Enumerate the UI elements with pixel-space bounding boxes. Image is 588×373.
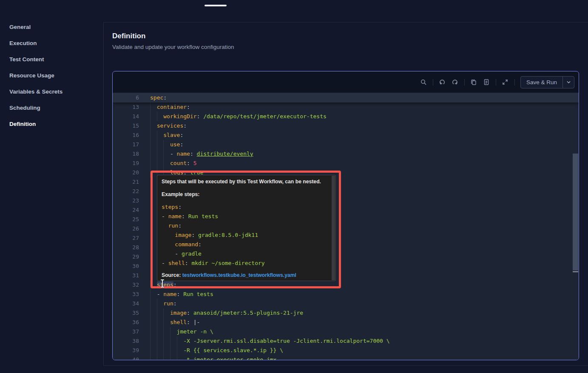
undo-icon[interactable] — [439, 79, 446, 86]
line-number: 22 — [113, 187, 139, 196]
line-number: 28 — [113, 243, 139, 252]
sidebar-item-test-content[interactable]: Test Content — [9, 56, 44, 64]
line-number: 40 — [113, 355, 139, 360]
editor-scrollbar-marker — [573, 271, 578, 272]
sidebar-item-definition[interactable]: Definition — [9, 121, 36, 128]
file-text-icon[interactable] — [483, 79, 490, 86]
line-number: 23 — [113, 196, 139, 205]
line-number: 19 — [113, 159, 139, 168]
copy-icon[interactable] — [470, 79, 477, 86]
tooltip-code-block: steps:- name: Run tests run: image: grad… — [162, 202, 330, 268]
code-line[interactable]: 18- name: distribute/evenly — [113, 149, 573, 159]
tooltip-heading: Steps that will be executed by this Test… — [162, 178, 330, 185]
line-number: 37 — [113, 327, 139, 336]
sidebar-item-general[interactable]: General — [9, 24, 31, 31]
tooltip-code-line: - gradle — [162, 249, 330, 259]
line-number: 24 — [113, 205, 139, 215]
line-number: 6 — [113, 93, 139, 103]
line-number: 26 — [113, 224, 139, 233]
sidebar-item-scheduling[interactable]: Scheduling — [9, 105, 40, 112]
expand-icon[interactable] — [502, 79, 509, 86]
editor-toolbar: Save & Run — [113, 71, 579, 93]
tooltip-code-line: steps: — [162, 202, 330, 212]
sidebar-item-variables-secrets[interactable]: Variables & Secrets — [9, 88, 62, 96]
page-title: Definition — [112, 32, 145, 40]
line-number: 31 — [113, 271, 139, 280]
line-number: 16 — [113, 131, 139, 140]
redo-icon[interactable] — [452, 79, 459, 86]
tooltip-source-link[interactable]: testworkflows.testkube.io_testworkflows.… — [182, 272, 296, 278]
tooltip-code-line: image: gradle:8.5.0-jdk11 — [162, 231, 330, 240]
sidebar-item-resource-usage[interactable]: Resource Usage — [9, 72, 54, 80]
code-line[interactable]: 38-X -Jserver.rmi.ssl.disable=true -Jcli… — [113, 336, 573, 346]
code-line[interactable]: 33- name: Run tests — [113, 290, 573, 299]
code-line[interactable]: 35image: anasoid/jmeter:5.5-plugins-21-j… — [113, 308, 573, 318]
chevron-down-icon[interactable] — [562, 77, 574, 88]
page-subtitle: Validate and update your workflow config… — [112, 44, 234, 50]
code-line[interactable]: 37jmeter -n \ — [113, 327, 573, 336]
yaml-value-link[interactable]: distribute/evenly — [197, 151, 253, 157]
tooltip-source-label: Source: — [162, 272, 181, 278]
line-number: 15 — [113, 121, 139, 131]
tooltip-example-label: Example steps: — [162, 191, 330, 198]
tooltip-scrollbar[interactable] — [332, 176, 335, 280]
line-number: 17 — [113, 140, 139, 149]
line-number: 39 — [113, 346, 139, 355]
search-icon[interactable] — [420, 79, 427, 86]
line-number: 34 — [113, 299, 139, 308]
toolbar-divider — [433, 79, 433, 85]
code-line[interactable]: 16slave: — [113, 131, 573, 140]
line-number: 29 — [113, 252, 139, 262]
tooltip-code-line: command: — [162, 240, 330, 249]
toolbar-divider — [496, 79, 496, 85]
line-number: 27 — [113, 233, 139, 243]
line-number: 33 — [113, 290, 139, 299]
line-number: 35 — [113, 308, 139, 318]
code-line[interactable]: 32steps: — [113, 280, 573, 290]
line-number: 18 — [113, 149, 139, 159]
line-number: 21 — [113, 177, 139, 187]
code-line[interactable]: 36shell: |- — [113, 318, 573, 327]
tooltip-source-row: Source: testworkflows.testkube.io_testwo… — [162, 272, 330, 279]
save-and-run-label[interactable]: Save & Run — [521, 77, 562, 88]
toolbar-divider — [514, 79, 515, 85]
tooltip-code-line: - name: Run tests — [162, 212, 330, 221]
save-and-run-button[interactable]: Save & Run — [520, 76, 574, 88]
yaml-editor[interactable]: Save & Run 13container:14workingDir: /da… — [112, 71, 579, 360]
tooltip-code-line: - shell: mkdir ~/some-directory — [162, 259, 330, 268]
toolbar-divider — [464, 79, 465, 85]
line-number: 13 — [113, 103, 139, 112]
line-number: 38 — [113, 336, 139, 346]
hover-tooltip: Steps that will be executed by this Test… — [157, 175, 336, 281]
sidebar-item-execution[interactable]: Execution — [9, 40, 37, 48]
code-line[interactable]: 40-t jmeter-executor-smoke.jmx — [113, 355, 573, 360]
workflow-settings-page: GeneralExecutionTest ContentResource Usa… — [0, 0, 588, 373]
tooltip-code-line: run: — [162, 221, 330, 231]
line-number: 30 — [113, 262, 139, 271]
editor-scrollbar[interactable] — [573, 154, 578, 270]
line-number: 32 — [113, 280, 139, 290]
top-tab-indicator — [205, 5, 227, 6]
code-line[interactable]: 34run: — [113, 299, 573, 308]
definition-panel: Definition Validate and update your work… — [103, 22, 588, 366]
code-line[interactable]: 13container: — [113, 103, 573, 112]
line-number: 20 — [113, 168, 139, 177]
code-line[interactable]: 15services: — [113, 121, 573, 131]
line-number: 25 — [113, 215, 139, 224]
line-number: 36 — [113, 318, 139, 327]
code-line[interactable]: 39-R {{ services.slave.*.ip }} \ — [113, 346, 573, 355]
code-line[interactable]: 17use: — [113, 140, 573, 149]
code-line[interactable]: 19count: 5 — [113, 159, 573, 168]
code-line[interactable]: 14workingDir: /data/repo/test/jmeter/exe… — [113, 112, 573, 121]
line-number: 14 — [113, 112, 139, 121]
sticky-scroll-line[interactable]: 6spec: — [113, 93, 579, 103]
